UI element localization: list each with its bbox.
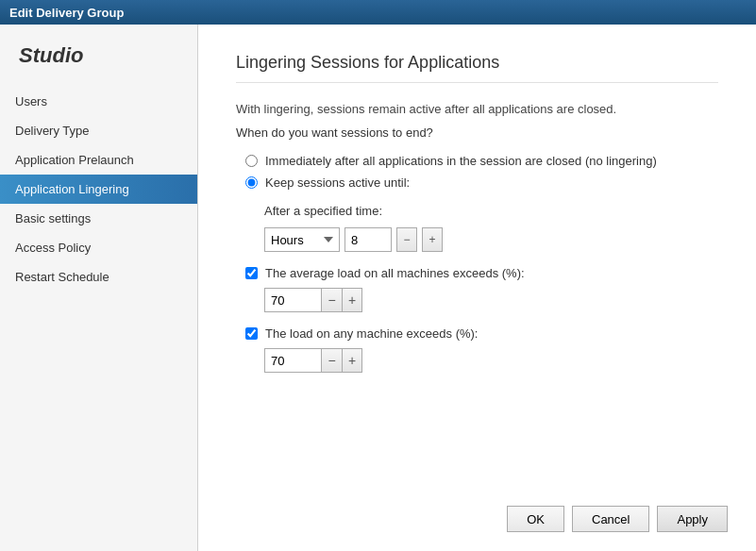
apply-button[interactable]: Apply (657, 506, 728, 532)
studio-logo: Studio (0, 34, 197, 87)
title-bar: Edit Delivery Group (0, 0, 756, 25)
any-load-value-input[interactable] (264, 348, 321, 373)
content-area: Lingering Sessions for Applications With… (198, 25, 756, 551)
question-text: When do you want sessions to end? (236, 125, 718, 140)
ok-button[interactable]: OK (507, 506, 564, 532)
sidebar-item-application-prelaunch[interactable]: Application Prelaunch (0, 145, 197, 175)
avg-load-value-input[interactable] (264, 288, 321, 312)
sidebar-item-basic-settings[interactable]: Basic settings (0, 204, 197, 233)
radio-keep-active[interactable] (245, 176, 258, 189)
time-value-input[interactable] (344, 227, 392, 252)
radio-no-lingering[interactable] (245, 155, 258, 167)
time-control: Minutes Hours − + (264, 227, 718, 252)
sidebar-item-application-lingering[interactable]: Application Lingering (0, 175, 197, 204)
main-container: Studio Users Delivery Type Application P… (0, 25, 756, 551)
radio-no-lingering-label[interactable]: Immediately after all applications in th… (265, 154, 657, 168)
sidebar-item-restart-schedule[interactable]: Restart Schedule (0, 262, 197, 292)
time-decrement-button[interactable]: − (396, 227, 417, 252)
avg-load-value-control: − + (264, 288, 718, 312)
radio-keep-active-label[interactable]: Keep sessions active until: (265, 175, 410, 190)
any-load-decrement-button[interactable]: − (321, 348, 342, 373)
avg-load-checkbox-row: The average load on all machines exceeds… (245, 266, 718, 280)
time-section-label: After a specified time: (264, 204, 718, 218)
cancel-button[interactable]: Cancel (572, 506, 649, 532)
any-load-checkbox[interactable] (245, 327, 258, 340)
avg-load-decrement-button[interactable]: − (321, 288, 342, 312)
time-unit-select[interactable]: Minutes Hours (264, 227, 340, 252)
sidebar: Studio Users Delivery Type Application P… (0, 25, 198, 551)
any-load-checkbox-row: The load on any machine exceeds (%): (245, 326, 718, 341)
sidebar-item-delivery-type[interactable]: Delivery Type (0, 116, 197, 145)
any-load-increment-button[interactable]: + (342, 348, 362, 373)
title-bar-text: Edit Delivery Group (9, 6, 124, 20)
avg-load-label[interactable]: The average load on all machines exceeds… (265, 266, 525, 280)
radio-keep-active-option: Keep sessions active until: (245, 175, 718, 190)
avg-load-checkbox[interactable] (245, 267, 258, 279)
radio-no-lingering-option: Immediately after all applications in th… (245, 154, 718, 168)
any-load-value-control: − + (264, 348, 718, 373)
description-text: With lingering, sessions remain active a… (236, 102, 718, 116)
sidebar-item-access-policy[interactable]: Access Policy (0, 233, 197, 262)
avg-load-increment-button[interactable]: + (342, 288, 362, 312)
any-load-label[interactable]: The load on any machine exceeds (%): (265, 326, 478, 341)
page-title: Lingering Sessions for Applications (236, 53, 718, 83)
footer-buttons: OK Cancel Apply (507, 506, 728, 532)
sidebar-item-users[interactable]: Users (0, 87, 197, 116)
time-increment-button[interactable]: + (422, 227, 443, 252)
